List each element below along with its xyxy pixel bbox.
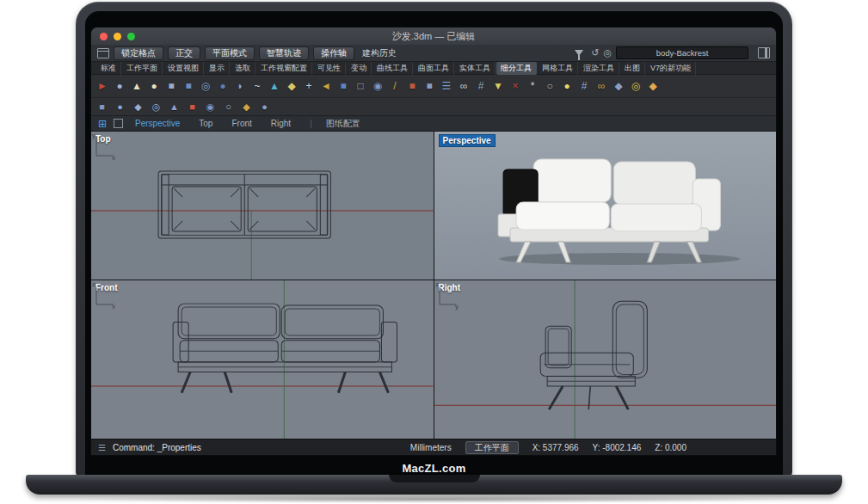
toolbar-icon-box[interactable]: ■ <box>182 79 195 93</box>
toolbar-icon-grid[interactable]: # <box>474 79 488 93</box>
ribbon-tab[interactable]: 网格工具 <box>538 62 578 75</box>
record-icon[interactable]: ◎ <box>603 48 612 58</box>
single-pane-icon[interactable] <box>114 119 123 128</box>
toolbar-icon-control-points[interactable]: ● <box>113 79 126 93</box>
toolbar-icon-extrude[interactable]: ▲ <box>268 79 281 93</box>
svg-text:x: x <box>112 303 115 310</box>
right-axis-indicator: z y <box>434 280 777 439</box>
ribbon-tab[interactable]: 工作平面 <box>122 62 163 75</box>
ribbon-tab[interactable]: 曲线工具 <box>372 62 413 75</box>
toolbar-icon-select[interactable]: ► <box>95 79 109 93</box>
toolbar-icon-block[interactable]: ◆ <box>612 79 625 93</box>
toolbar-icon-pencil[interactable]: / <box>388 79 402 93</box>
ribbon-tab[interactable]: 出图 <box>620 62 645 75</box>
toolbar-icon-solid-union[interactable]: □ <box>354 79 367 93</box>
ribbon-tab[interactable]: 曲面工具 <box>414 62 454 75</box>
toolbar-icon-solid-sphere[interactable]: ◉ <box>371 79 385 93</box>
toolbar-icon-curve[interactable]: ~ <box>250 79 264 93</box>
toolbar-icon-subd-cylinder[interactable]: ◆ <box>132 101 145 114</box>
toolbar-icon-torus[interactable]: ◎ <box>199 79 212 93</box>
toolbar-icon-circle-tool[interactable]: ○ <box>543 79 557 93</box>
filter-icon[interactable] <box>575 50 583 56</box>
toolbar-icon-sphere[interactable]: ● <box>147 79 161 93</box>
mode-toggle-button[interactable]: 操作轴 <box>313 46 354 60</box>
status-right-cluster: Millimeters 工作平面 X: 5377.966 Y: -8002.14… <box>410 441 686 454</box>
viewport-tab[interactable]: 图纸配置 <box>310 118 360 130</box>
viewport-perspective-label[interactable]: Perspective <box>439 134 496 147</box>
toolbar-icon-subd-sphere[interactable]: ● <box>114 101 126 114</box>
mode-toggle-button[interactable]: 智慧轨迹 <box>259 46 309 60</box>
toolbar-icon-mesh[interactable]: # <box>577 79 591 93</box>
window-title: 沙发.3dm — 已编辑 <box>91 30 776 43</box>
toolbar-icon-display[interactable]: ∞ <box>457 79 471 93</box>
toolbar-icon-ellipsoid[interactable]: ● <box>216 79 230 93</box>
toolbar-icon-pipe[interactable]: ◗ <box>233 79 247 93</box>
laptop-chassis: 沙发.3dm — 已编辑 锁定格点正交平面模式智慧轨迹操作轴 建构历史 ↺ ◎ … <box>76 2 792 477</box>
perspective-view-canvas <box>434 132 777 280</box>
toolbar-icon-subd-delete[interactable]: ■ <box>186 101 199 114</box>
toolbar-icon-explode[interactable]: * <box>526 79 539 93</box>
toolbar-icon-mesh-box[interactable]: ■ <box>422 79 436 93</box>
ribbon-tab[interactable]: 设置视图 <box>163 62 204 75</box>
viewport-front[interactable]: Front <box>91 280 434 439</box>
window-icon[interactable] <box>97 48 109 58</box>
toolbar-icon-solid-box[interactable]: ■ <box>336 79 350 93</box>
viewport-tab[interactable]: Top <box>199 119 212 128</box>
ribbon-tab[interactable]: 选取 <box>231 62 255 75</box>
command-line[interactable]: Command: _Properties <box>113 443 201 452</box>
toolbar-icon-subd-cone[interactable]: ▲ <box>168 101 181 114</box>
mode-toggle-button[interactable]: 锁定格点 <box>114 46 163 60</box>
osnap-toggle-row: 锁定格点正交平面模式智慧轨迹操作轴 建构历史 ↺ ◎ <box>91 45 776 62</box>
toolbar-icon-paint[interactable]: ■ <box>405 79 419 93</box>
history-label[interactable]: 建构历史 <box>362 47 397 59</box>
toolbar-icon-cylinder[interactable]: ■ <box>164 79 178 93</box>
toolbar-icon-bridge[interactable]: ◉ <box>204 101 217 114</box>
title-bar: 沙发.3dm — 已编辑 <box>91 28 776 45</box>
viewport-tab[interactable]: Perspective <box>135 119 180 128</box>
toolbar-icon-duck[interactable]: ● <box>560 79 574 93</box>
mode-toggle-button[interactable]: 正交 <box>168 46 200 60</box>
selection-name-field[interactable] <box>616 46 748 59</box>
status-bar: ☰ Command: _Properties Millimeters 工作平面 … <box>91 439 776 455</box>
toolbar-icon-link[interactable]: ∞ <box>594 79 608 93</box>
mode-toggle-button[interactable]: 平面模式 <box>205 46 255 60</box>
ribbon-tab[interactable]: V7的新功能 <box>646 62 696 75</box>
toolbar-icon-loft[interactable]: ◆ <box>285 79 299 93</box>
viewport-perspective[interactable]: Perspective <box>434 132 777 280</box>
ribbon-tab[interactable]: 细分工具 <box>496 62 537 75</box>
toolbar-icon-world[interactable]: ◎ <box>629 79 643 93</box>
ribbon-tab[interactable]: 标准 <box>96 62 121 75</box>
viewport-tab[interactable]: Front <box>231 119 251 128</box>
viewport-top[interactable]: Top <box>91 132 434 280</box>
toolbar-icon-options[interactable]: ◆ <box>646 79 660 93</box>
toolbar-icon-offset[interactable]: ○ <box>222 101 235 114</box>
units-label[interactable]: Millimeters <box>410 443 452 452</box>
ribbon-tab[interactable]: 渲染工具 <box>579 62 619 75</box>
panel-toggle-icon[interactable] <box>758 47 770 58</box>
toolbar-icon-stitch[interactable]: ● <box>258 101 271 114</box>
ribbon-tab[interactable]: 显示 <box>205 62 230 75</box>
toolbar-icon-crease[interactable]: ◆ <box>240 101 253 114</box>
viewport-right[interactable]: Right <box>434 280 777 439</box>
toolbar-icon-sweep[interactable]: ◄ <box>319 79 333 93</box>
coord-z: Z: 0.000 <box>655 443 686 452</box>
ribbon-tab[interactable]: 工作视窗配置 <box>256 62 312 75</box>
cplane-dropdown[interactable]: 工作平面 <box>465 441 519 454</box>
four-pane-icon[interactable]: ⊞ <box>98 119 107 129</box>
ribbon-tab[interactable]: 实体工具 <box>455 62 496 75</box>
viewport-tab[interactable]: Right <box>271 119 291 128</box>
watermark: MacZL.com <box>85 462 783 475</box>
toolbar-icon-subd-torus[interactable]: ◎ <box>150 101 163 114</box>
toolbar-icon-layers[interactable]: ☰ <box>440 79 453 93</box>
toolbar-icon-analyze[interactable]: ▼ <box>491 79 505 93</box>
menu-icon[interactable]: ☰ <box>98 443 106 452</box>
toolbar-icon-revolve[interactable]: + <box>302 79 316 93</box>
toolbar-icon-cone[interactable]: ▲ <box>130 79 144 93</box>
top-axis-indicator: y x <box>91 132 434 280</box>
undo-icon[interactable]: ↺ <box>591 48 599 58</box>
ribbon-tab[interactable]: 变动 <box>347 62 372 75</box>
ribbon-tabs: 标准工作平面设置视图显示选取工作视窗配置可见性变动曲线工具曲面工具实体工具细分工… <box>91 62 776 75</box>
ribbon-tab[interactable]: 可见性 <box>313 62 346 75</box>
toolbar-icon-delete[interactable]: × <box>508 79 522 93</box>
toolbar-icon-subd-box[interactable]: ■ <box>95 101 108 114</box>
